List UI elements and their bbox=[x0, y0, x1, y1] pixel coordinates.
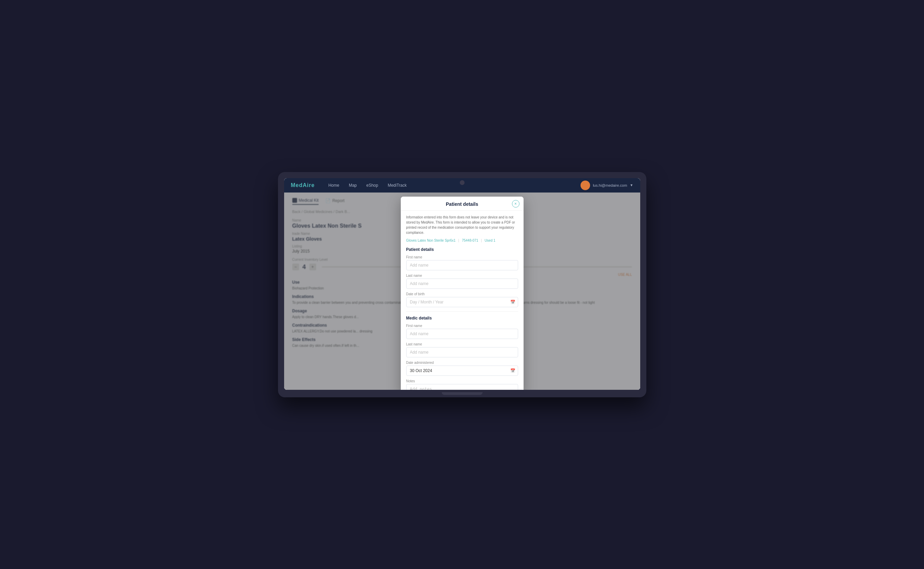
brand-prefix: Med bbox=[291, 182, 303, 188]
laptop-screen: MedAire Home Map eShop MediTrack lus.hi@… bbox=[284, 178, 640, 390]
medic-date-admin-label: Date administered bbox=[406, 361, 518, 365]
patient-dob-label: Date of birth bbox=[406, 292, 518, 296]
medic-lastname-label: Last name bbox=[406, 342, 518, 346]
patient-firstname-group: First name bbox=[406, 255, 518, 270]
modal-body: Information entered into this form does … bbox=[401, 211, 523, 390]
patient-lastname-input[interactable] bbox=[406, 278, 518, 289]
patient-lastname-group: Last name bbox=[406, 274, 518, 289]
section-divider bbox=[406, 311, 518, 312]
patient-section-title: Patient details bbox=[406, 247, 518, 252]
patient-lastname-label: Last name bbox=[406, 274, 518, 277]
notes-group: Notes bbox=[406, 379, 518, 390]
modal-close-button[interactable]: × bbox=[512, 200, 519, 207]
navbar-nav: Home Map eShop MediTrack bbox=[328, 183, 581, 188]
modal-info-text: Information entered into this form does … bbox=[406, 215, 518, 235]
brand-suffix: Aire bbox=[303, 182, 315, 188]
navbar-brand: MedAire bbox=[291, 182, 315, 189]
patient-firstname-input[interactable] bbox=[406, 260, 518, 270]
item-tag-name[interactable]: Gloves Latex Non Sterile Spr6x1 bbox=[406, 239, 456, 242]
laptop-frame: MedAire Home Map eShop MediTrack lus.hi@… bbox=[278, 172, 646, 397]
laptop-base-center bbox=[442, 392, 482, 395]
tag-sep-1: | bbox=[458, 239, 460, 242]
nav-home[interactable]: Home bbox=[328, 183, 339, 188]
date-admin-calendar-icon[interactable]: 📅 bbox=[510, 368, 515, 373]
navbar-right: lus.hi@medaire.com ▼ bbox=[581, 181, 633, 190]
tag-sep-2: | bbox=[481, 239, 482, 242]
item-tag-id[interactable]: 75448-071 bbox=[462, 239, 478, 242]
notes-label: Notes bbox=[406, 379, 518, 383]
laptop-notch bbox=[460, 180, 464, 185]
user-email: lus.hi@medaire.com bbox=[593, 183, 627, 187]
medic-firstname-label: First name bbox=[406, 324, 518, 328]
modal-overlay: Patient details × Information entered in… bbox=[284, 193, 640, 390]
laptop-base bbox=[284, 390, 640, 397]
app-container: MedAire Home Map eShop MediTrack lus.hi@… bbox=[284, 178, 640, 390]
nav-eshop[interactable]: eShop bbox=[366, 183, 378, 188]
dropdown-chevron-icon[interactable]: ▼ bbox=[630, 183, 633, 187]
medic-date-admin-group: Date administered 📅 bbox=[406, 361, 518, 376]
patient-dob-input-wrapper: 📅 bbox=[406, 297, 518, 307]
dob-calendar-icon[interactable]: 📅 bbox=[510, 300, 515, 304]
nav-map[interactable]: Map bbox=[349, 183, 357, 188]
patient-details-modal: Patient details × Information entered in… bbox=[401, 196, 523, 390]
notes-textarea[interactable] bbox=[406, 384, 518, 390]
medic-lastname-group: Last name bbox=[406, 342, 518, 358]
medic-firstname-group: First name bbox=[406, 324, 518, 339]
modal-header: Patient details × bbox=[401, 196, 523, 211]
user-avatar bbox=[581, 181, 590, 190]
item-tags: Gloves Latex Non Sterile Spr6x1 | 75448-… bbox=[406, 239, 518, 242]
nav-meditrack[interactable]: MediTrack bbox=[388, 183, 407, 188]
medic-date-admin-input[interactable] bbox=[406, 365, 518, 376]
modal-title: Patient details bbox=[446, 201, 478, 207]
medic-date-admin-input-wrapper: 📅 bbox=[406, 365, 518, 376]
patient-dob-group: Date of birth 📅 bbox=[406, 292, 518, 307]
main-content: Medical Kit 📄 Report Back / Global Medic… bbox=[284, 193, 640, 390]
patient-firstname-label: First name bbox=[406, 255, 518, 259]
patient-dob-input[interactable] bbox=[406, 297, 518, 307]
medic-firstname-input[interactable] bbox=[406, 329, 518, 339]
medic-section-title: Medic details bbox=[406, 316, 518, 321]
item-tag-used: Used 1 bbox=[485, 239, 496, 242]
medic-lastname-input[interactable] bbox=[406, 347, 518, 358]
